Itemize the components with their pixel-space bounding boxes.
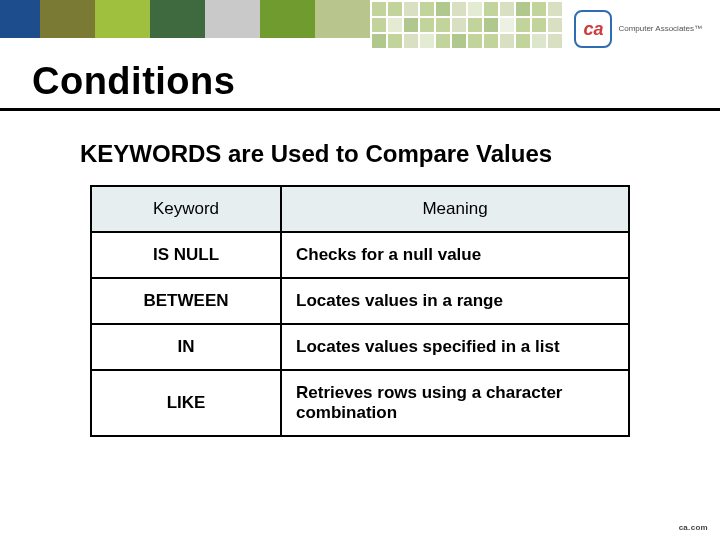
brand-logo-text: Computer Associates™ xyxy=(618,25,702,34)
table-row: LIKE Retrieves rows using a character co… xyxy=(91,370,629,436)
cell-meaning: Locates values in a range xyxy=(281,278,629,324)
cell-keyword: IN xyxy=(91,324,281,370)
cell-meaning: Locates values specified in a list xyxy=(281,324,629,370)
template-square-grid xyxy=(372,2,562,48)
table-head-keyword: Keyword xyxy=(91,186,281,232)
brand-logo-mark: ca xyxy=(574,10,612,48)
table-row: BETWEEN Locates values in a range xyxy=(91,278,629,324)
table-row: IN Locates values specified in a list xyxy=(91,324,629,370)
cell-meaning: Retrieves rows using a character combina… xyxy=(281,370,629,436)
cell-keyword: BETWEEN xyxy=(91,278,281,324)
table-head-meaning: Meaning xyxy=(281,186,629,232)
cell-meaning: Checks for a null value xyxy=(281,232,629,278)
brand-logo: ca Computer Associates™ xyxy=(574,10,702,48)
footer-text: ca.com xyxy=(679,523,708,532)
slide-subheading: KEYWORDS are Used to Compare Values xyxy=(80,140,552,168)
cell-keyword: LIKE xyxy=(91,370,281,436)
cell-keyword: IS NULL xyxy=(91,232,281,278)
table-row: IS NULL Checks for a null value xyxy=(91,232,629,278)
title-underline xyxy=(0,108,720,111)
keywords-table: Keyword Meaning IS NULL Checks for a nul… xyxy=(90,185,630,437)
slide-title: Conditions xyxy=(32,60,235,103)
